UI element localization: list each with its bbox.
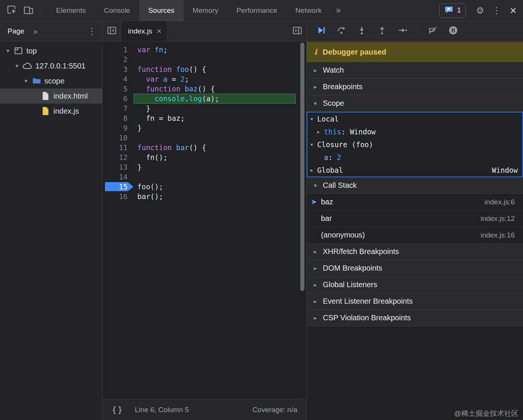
line-number-gutter[interactable]: 8 (103, 113, 134, 123)
navigator-more-tabs-button[interactable]: » (33, 27, 38, 36)
step-out-button[interactable] (374, 23, 390, 39)
code-editor[interactable]: 1var fn;23function foo() {4 var a = 2;5 … (103, 42, 306, 201)
disclosure-triangle-icon: ▾ (22, 78, 30, 84)
device-toolbar-button[interactable] (20, 3, 37, 18)
code-line[interactable]: 3function foo() { (103, 64, 306, 74)
debugger-sidebar: i Debugger paused ▸ Watch ▸ Breakpoints … (307, 42, 523, 420)
step-over-button[interactable] (333, 23, 350, 39)
section-event-listener-breakpoints[interactable]: ▸Event Listener Breakpoints (307, 293, 523, 310)
tree-item-index-html[interactable]: index.html (0, 88, 102, 103)
code-line[interactable]: 1var fn; (103, 45, 306, 55)
line-number-gutter[interactable]: 2 (103, 55, 134, 64)
line-number-gutter[interactable]: 4 (103, 74, 134, 84)
chat-bubble-icon (444, 5, 454, 16)
breakpoint-gutter[interactable]: 15 (103, 182, 134, 192)
badge-count: 1 (457, 6, 461, 14)
section-xhr-fetch-breakpoints[interactable]: ▸XHR/fetch Breakpoints (307, 243, 523, 260)
tab-network[interactable]: Network (286, 0, 331, 21)
line-number-gutter[interactable]: 7 (103, 103, 134, 113)
more-tabs-button[interactable]: » (331, 5, 346, 15)
navigator-tab-page[interactable]: Page (8, 27, 24, 35)
inspect-button[interactable] (4, 3, 20, 18)
deactivate-breakpoints-button[interactable] (424, 23, 441, 39)
tab-elements[interactable]: Elements (47, 0, 95, 21)
call-stack-frame-anonymous[interactable]: (anonymous)index.js:16 (307, 227, 523, 243)
tree-item-scope[interactable]: ▾scope (0, 73, 102, 88)
scope-row-global[interactable]: ▸GlobalWindow (307, 164, 522, 177)
section-breakpoints[interactable]: ▸ Breakpoints (307, 79, 523, 95)
scope-var-name: this (324, 128, 341, 136)
section-scope[interactable]: ▾ Scope (307, 95, 523, 112)
line-number: 4 (123, 75, 128, 83)
scope-row-a[interactable]: a: 2 (307, 151, 522, 164)
code-line[interactable]: 11function bar() { (103, 143, 306, 152)
line-number-gutter[interactable]: 3 (103, 64, 134, 74)
scope-row-this[interactable]: ▸this: Window (307, 125, 522, 138)
line-number-gutter[interactable]: 10 (103, 133, 134, 143)
code-line[interactable]: 6 console.log(a); (103, 94, 306, 103)
scope-row-closure-foo[interactable]: ▾Closure (foo) (307, 138, 522, 151)
tab-console[interactable]: Console (95, 0, 139, 21)
code-line[interactable]: 9} (103, 123, 306, 133)
line-number-gutter[interactable]: 9 (103, 123, 134, 133)
tree-item-top[interactable]: ▾top (0, 43, 102, 58)
console-messages-button[interactable]: 1 (439, 3, 466, 18)
line-number-gutter[interactable]: 5 (103, 84, 134, 94)
hide-navigator-button[interactable] (103, 23, 120, 39)
section-call-stack[interactable]: ▾ Call Stack (307, 177, 523, 194)
line-number-gutter[interactable]: 14 (103, 172, 134, 182)
line-number-gutter[interactable]: 13 (103, 162, 134, 172)
pretty-print-button[interactable]: {} (112, 405, 123, 414)
call-stack-frame-baz[interactable]: bazindex.js:6 (307, 194, 523, 210)
line-number-gutter[interactable]: 12 (103, 152, 134, 162)
code-line[interactable]: 10 (103, 133, 306, 143)
disclosure-triangle-icon: ▾ (310, 142, 317, 148)
code-line[interactable]: 16bar(); (103, 192, 306, 201)
scope-separator: : (328, 153, 337, 161)
file-html-icon (40, 91, 51, 101)
close-tab-icon[interactable]: × (157, 26, 161, 36)
navigator-menu-button[interactable]: ⋮ (84, 23, 100, 39)
show-debugger-panel-button[interactable] (289, 23, 306, 39)
code-line[interactable]: 14 (103, 172, 306, 182)
close-button[interactable]: × (505, 3, 521, 18)
line-number-gutter[interactable]: 1 (103, 45, 134, 55)
step-into-button[interactable] (353, 23, 370, 39)
code-line[interactable]: 13} (103, 162, 306, 172)
section-dom-breakpoints[interactable]: ▸DOM Breakpoints (307, 260, 523, 277)
editor-tab-indexjs[interactable]: index.js × (121, 21, 167, 41)
disclosure-triangle-icon: ▸ (317, 129, 324, 135)
line-number-gutter[interactable]: 6 (103, 94, 134, 103)
section-global-listeners[interactable]: ▸Global Listeners (307, 277, 523, 293)
code-line[interactable]: 2 (103, 55, 306, 64)
call-stack-frame-bar[interactable]: barindex.js:12 (307, 210, 523, 227)
tab-sources[interactable]: Sources (139, 0, 184, 21)
section-label: Event Listener Breakpoints (323, 297, 413, 306)
code-line[interactable]: 8 fn = baz; (103, 113, 306, 123)
editor-scrollbar[interactable] (300, 43, 304, 291)
resume-button[interactable] (313, 23, 329, 39)
pause-on-exceptions-button[interactable] (445, 23, 461, 39)
tree-item-index-js[interactable]: index.js (0, 103, 102, 119)
section-label: CSP Violation Breakpoints (323, 313, 411, 322)
settings-button[interactable]: ⚙ (472, 3, 488, 18)
tab-memory[interactable]: Memory (184, 0, 228, 21)
code-line[interactable]: 5 function baz() { (103, 84, 306, 94)
code-text: foo(); (134, 182, 296, 192)
line-number: 11 (119, 143, 128, 152)
code-line[interactable]: 12 fn(); (103, 152, 306, 162)
section-watch[interactable]: ▸ Watch (307, 62, 523, 79)
scope-row-local[interactable]: ▾Local (307, 113, 522, 125)
code-line[interactable]: 7 } (103, 103, 306, 113)
tab-performance[interactable]: Performance (227, 0, 286, 21)
code-line[interactable]: 15foo(); (103, 182, 306, 192)
step-button[interactable] (394, 23, 410, 39)
line-number-gutter[interactable]: 11 (103, 143, 134, 152)
scope-var-name: Global (317, 166, 343, 174)
section-csp-violation-breakpoints[interactable]: ▸CSP Violation Breakpoints (307, 310, 523, 326)
line-number-gutter[interactable]: 16 (103, 192, 134, 201)
close-icon: × (510, 4, 517, 17)
code-line[interactable]: 4 var a = 2; (103, 74, 306, 84)
menu-button[interactable]: ⋮ (488, 3, 505, 18)
tree-item-127-0-0-1-5501[interactable]: ▾127.0.0.1:5501 (0, 58, 102, 73)
